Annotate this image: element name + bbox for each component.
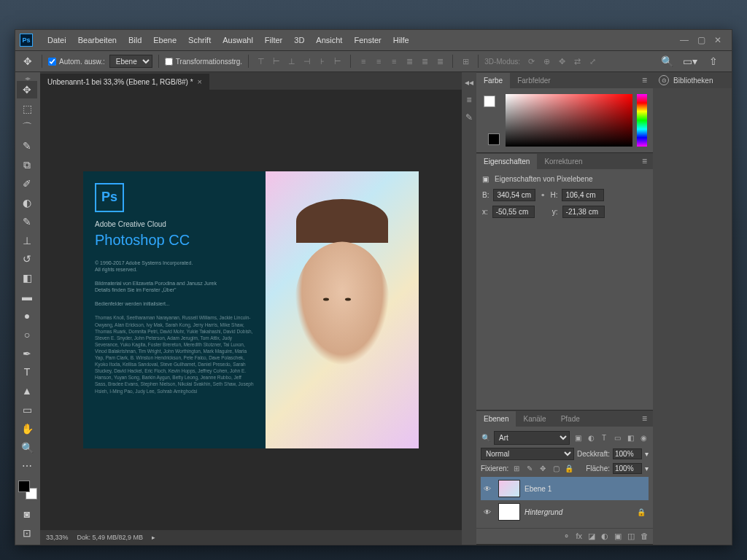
distribute-top-icon[interactable]: ≡ [357, 55, 370, 68]
eyedropper-tool[interactable]: ✐ [17, 175, 37, 192]
dock-handle-icon[interactable]: ◂◂ [463, 77, 475, 88]
adjustment-layer-icon[interactable]: ◐ [601, 532, 608, 541]
filter-smart-icon[interactable]: ◧ [625, 433, 635, 443]
menu-fenster[interactable]: Fenster [348, 33, 387, 47]
close-tab-icon[interactable]: × [198, 77, 202, 86]
minimize-button[interactable]: — [680, 35, 689, 45]
layer-thumbnail[interactable] [498, 480, 520, 497]
properties-panel-menu-icon[interactable]: ≡ [636, 156, 653, 166]
history-panel-icon[interactable]: ≡ [463, 94, 475, 106]
scale-3d-icon[interactable]: ⤢ [586, 55, 599, 68]
shape-tool[interactable]: ▭ [17, 401, 37, 419]
pan-3d-icon[interactable]: ✥ [555, 55, 568, 68]
layer-group-icon[interactable]: ▣ [614, 532, 622, 541]
filter-toggle-icon[interactable]: ◉ [638, 433, 649, 443]
tab-kanaele[interactable]: Kanäle [516, 411, 553, 427]
tab-pfade[interactable]: Pfade [554, 411, 587, 427]
zoom-level[interactable]: 33,33% [46, 534, 69, 541]
distribute-vcenter-icon[interactable]: ≡ [372, 55, 385, 68]
crop-tool[interactable]: ⧉ [17, 156, 37, 174]
menu-ebene[interactable]: Ebene [147, 33, 182, 47]
pen-tool[interactable]: ✒ [17, 345, 37, 362]
brush-tool[interactable]: ✎ [17, 213, 37, 230]
healing-tool[interactable]: ◐ [17, 194, 37, 211]
opacity-input[interactable] [613, 448, 642, 459]
layer-thumbnail[interactable] [498, 503, 520, 521]
link-layers-icon[interactable]: ⚬ [563, 532, 570, 541]
width-input[interactable] [493, 189, 535, 201]
screen-mode-tool[interactable]: ⊡ [17, 524, 37, 542]
tab-eigenschaften[interactable]: Eigenschaften [476, 154, 537, 169]
align-left-icon[interactable]: ⊣ [301, 55, 314, 68]
lock-all-icon[interactable]: 🔒 [564, 464, 574, 474]
auto-select-target[interactable]: Ebene [109, 55, 152, 68]
dodge-tool[interactable]: ○ [17, 326, 37, 343]
workspace-icon[interactable]: ▭▾ [682, 53, 698, 69]
tab-farbfelder[interactable]: Farbfelder [510, 73, 558, 88]
slide-3d-icon[interactable]: ⇄ [570, 55, 584, 68]
filter-shape-icon[interactable]: ▭ [612, 433, 622, 443]
lock-position-icon[interactable]: ✥ [538, 464, 548, 474]
menu-bearbeiten[interactable]: Bearbeiten [72, 33, 123, 47]
maximize-button[interactable]: ▢ [697, 35, 705, 45]
new-layer-icon[interactable]: ◫ [627, 532, 635, 541]
menu-3d[interactable]: 3D [288, 33, 310, 47]
layer-visibility-icon[interactable]: 👁 [484, 485, 494, 493]
layer-item[interactable]: 👁Hintergrund🔒 [481, 500, 649, 524]
layer-name[interactable]: Hintergrund [525, 508, 632, 516]
move-tool[interactable]: ✥ [17, 81, 37, 98]
lock-transparency-icon[interactable]: ⊞ [511, 464, 522, 474]
align-top-icon[interactable]: ⊤ [255, 55, 268, 68]
menu-schrift[interactable]: Schrift [182, 33, 217, 47]
blend-mode-select[interactable]: Normal [481, 448, 574, 460]
y-input[interactable] [562, 206, 605, 218]
history-brush-tool[interactable]: ↺ [17, 250, 37, 268]
layer-item[interactable]: 👁Ebene 1 [481, 477, 649, 500]
color-panel-menu-icon[interactable]: ≡ [636, 75, 653, 85]
lock-artboard-icon[interactable]: ▢ [551, 464, 561, 474]
delete-layer-icon[interactable]: 🗑 [640, 532, 649, 541]
menu-bild[interactable]: Bild [123, 33, 147, 47]
auto-select-checkbox[interactable]: Autom. ausw.: [48, 58, 105, 66]
toolbar-handle[interactable]: ◂▸ [17, 75, 39, 79]
layer-mask-icon[interactable]: ◪ [588, 532, 595, 541]
orbit-3d-icon[interactable]: ⟳ [525, 55, 538, 68]
x-input[interactable] [492, 206, 535, 218]
canvas[interactable]: Ps Adobe Creative Cloud Photoshop CC © 1… [40, 90, 462, 530]
distribute-hcenter-icon[interactable]: ≣ [418, 55, 431, 68]
zoom-tool[interactable]: 🔍 [17, 439, 37, 456]
blur-tool[interactable]: ● [17, 307, 37, 324]
menu-auswahl[interactable]: Auswahl [217, 33, 259, 47]
foreground-color-swatch[interactable] [18, 481, 30, 492]
menu-hilfe[interactable]: Hilfe [387, 33, 415, 47]
edit-toolbar[interactable]: ⋯ [17, 458, 37, 475]
lock-pixels-icon[interactable]: ✎ [525, 464, 535, 474]
gradient-tool[interactable]: ▬ [17, 288, 37, 306]
distribute-right-icon[interactable]: ≣ [433, 55, 446, 68]
path-select-tool[interactable]: ▲ [17, 382, 37, 400]
color-field[interactable] [506, 94, 632, 147]
filter-pixel-icon[interactable]: ▣ [573, 433, 583, 443]
filter-search-icon[interactable]: 🔍 [481, 433, 491, 443]
auto-align-icon[interactable]: ⊞ [459, 55, 472, 68]
panel-fg-bg-swatch[interactable] [482, 94, 501, 147]
brush-panel-icon[interactable]: ✎ [463, 112, 475, 123]
tab-korrekturen[interactable]: Korrekturen [537, 154, 589, 169]
menu-ansicht[interactable]: Ansicht [310, 33, 348, 47]
align-right-icon[interactable]: ⊢ [331, 55, 344, 68]
menu-filter[interactable]: Filter [259, 33, 288, 47]
doc-size[interactable]: Dok: 5,49 MB/82,9 MB [77, 534, 144, 541]
filter-type-icon[interactable]: T [599, 433, 609, 443]
type-tool[interactable]: T [17, 363, 37, 381]
layers-panel-menu-icon[interactable]: ≡ [636, 413, 653, 424]
roll-3d-icon[interactable]: ⊕ [540, 55, 553, 68]
lasso-tool[interactable]: ⌒ [17, 119, 37, 136]
fill-dropdown-icon[interactable]: ▾ [645, 464, 649, 472]
distribute-left-icon[interactable]: ≣ [403, 55, 416, 68]
fg-bg-swatch[interactable] [18, 481, 37, 499]
layer-visibility-icon[interactable]: 👁 [484, 508, 494, 516]
hue-strip[interactable] [637, 94, 647, 147]
close-button[interactable]: ✕ [714, 35, 721, 45]
align-vcenter-icon[interactable]: ⊢ [270, 55, 283, 68]
hand-tool[interactable]: ✋ [17, 420, 37, 438]
